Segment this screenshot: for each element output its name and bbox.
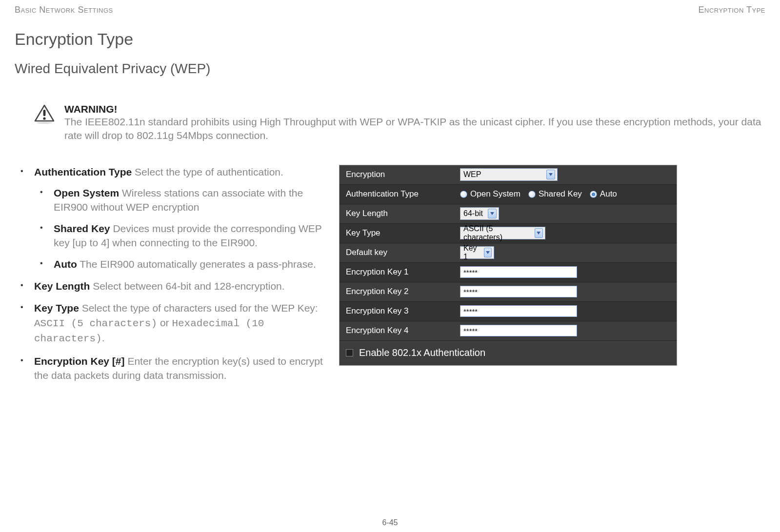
term-keylen: Key Length (34, 280, 90, 292)
svg-point-3 (37, 122, 52, 124)
svg-rect-1 (43, 110, 46, 116)
term-shared: Shared Key (54, 223, 110, 234)
term-open: Open System (54, 187, 119, 198)
encryption-key-1-input[interactable]: ***** (460, 266, 577, 278)
radio-icon (460, 191, 467, 198)
keytype-post: . (102, 332, 105, 343)
svg-marker-7 (486, 251, 490, 254)
row-label-ek4: Encryption Key 4 (340, 326, 460, 335)
keytype-select-value: ASCII (5 characters) (463, 224, 532, 242)
keytype-mid: or (157, 317, 172, 328)
enable-8021x-checkbox[interactable] (346, 349, 353, 356)
row-label-keytype: Key Type (340, 228, 460, 238)
page-title: Encryption Type (15, 30, 765, 49)
svg-marker-5 (490, 212, 494, 215)
desc-keylen: Select between 64-bit and 128-encryption… (90, 280, 284, 292)
radio-label-shared: Shared Key (539, 189, 582, 199)
defaultkey-select[interactable]: Key 1 (460, 246, 494, 259)
keylength-select-value: 64-bit (463, 209, 483, 218)
radio-icon (528, 191, 536, 198)
defaultkey-select-value: Key 1 (463, 244, 481, 261)
list-item: Encryption Key [#] Enter the encryption … (20, 354, 327, 383)
radio-auto[interactable]: Auto (590, 189, 617, 199)
encryption-select-value: WEP (463, 170, 481, 179)
enable-8021x-label: Enable 802.1x Authentication (359, 347, 485, 358)
page-number: 6-45 (382, 518, 398, 527)
router-panel: Encryption WEP Authentication Type Open … (339, 165, 677, 366)
row-label-ek3: Encryption Key 3 (340, 306, 460, 316)
chevron-down-icon (546, 170, 555, 179)
row-label-keylength: Key Length (340, 209, 460, 218)
term-auto: Auto (54, 258, 77, 270)
keytype-select[interactable]: ASCII (5 characters) (460, 227, 545, 239)
encryption-key-2-input[interactable]: ***** (460, 286, 577, 297)
chevron-down-icon (488, 209, 497, 218)
list-item: Auto The EIR900 automatically generates … (40, 257, 327, 271)
row-label-ek2: Encryption Key 2 (340, 287, 460, 296)
list-item: Authentication Type Select the type of a… (20, 165, 327, 271)
svg-marker-6 (537, 232, 540, 235)
page-subtitle: Wired Equivalent Privacy (WEP) (15, 61, 765, 77)
list-item: Open System Wireless stations can associ… (40, 186, 327, 215)
chevron-down-icon (535, 228, 543, 238)
term-auth: Authentication Type (34, 166, 132, 177)
warning-label: WARNING! (64, 103, 765, 115)
term-keytype: Key Type (34, 302, 79, 314)
row-label-ek1: Encryption Key 1 (340, 267, 460, 277)
list-item: Key Length Select between 64-bit and 128… (20, 279, 327, 293)
row-label-authtype: Authentication Type (340, 189, 460, 199)
desc-auto: The EIR900 automatically generates a pas… (77, 258, 316, 270)
radio-icon (590, 191, 597, 198)
desc-keytype-pre: Select the type of characters used for t… (79, 302, 318, 314)
keylength-select[interactable]: 64-bit (460, 207, 499, 220)
chevron-down-icon (484, 248, 492, 257)
term-enckey: Encryption Key [#] (34, 355, 125, 367)
radio-label-open: Open System (470, 189, 520, 199)
list-item: Shared Key Devices must provide the corr… (40, 221, 327, 250)
keytype-opt1: ASCII (5 characters) (34, 318, 157, 329)
desc-auth: Select the type of authentication. (132, 166, 283, 177)
encryption-key-3-input[interactable]: ***** (460, 305, 577, 317)
warning-body: The IEEE802.11n standard prohibits using… (64, 115, 765, 143)
svg-point-2 (43, 117, 45, 119)
list-item: Key Type Select the type of characters u… (20, 301, 327, 346)
radio-open-system[interactable]: Open System (460, 189, 520, 199)
warning-icon (34, 104, 55, 143)
breadcrumb-left: Basic Network Settings (15, 5, 113, 15)
encryption-key-4-input[interactable]: ***** (460, 325, 577, 336)
radio-label-auto: Auto (600, 189, 617, 199)
svg-marker-4 (549, 173, 553, 176)
breadcrumb-right: Encryption Type (698, 5, 765, 15)
radio-shared-key[interactable]: Shared Key (528, 189, 582, 199)
row-label-defaultkey: Default key (340, 248, 460, 257)
encryption-select[interactable]: WEP (460, 168, 558, 181)
row-label-encryption: Encryption (340, 170, 460, 179)
